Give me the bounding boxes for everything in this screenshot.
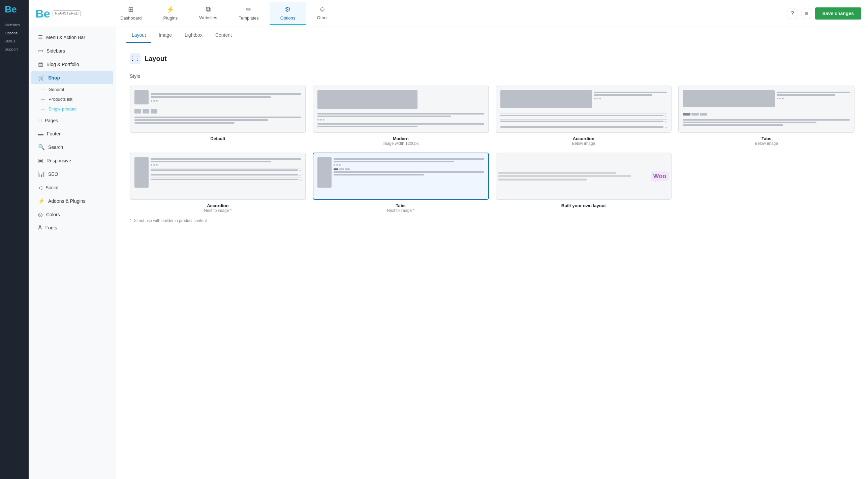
- style-grid-row1: Default: [130, 86, 855, 146]
- layout-section: ⋮⋮ Layout Style: [116, 43, 868, 233]
- sub-dash-products: —: [41, 97, 45, 102]
- nav-item-plugins[interactable]: ⚡ Plugins: [153, 2, 189, 25]
- nav-label-dashboard: Dashboard: [120, 15, 142, 21]
- nav-item-dashboard[interactable]: ⊞ Dashboard: [110, 2, 153, 25]
- sidebar-item-label-fonts: Fonts: [45, 225, 57, 230]
- tab-content[interactable]: Content: [210, 27, 237, 43]
- sidebar-nav-websites[interactable]: Websites: [3, 21, 21, 29]
- sidebar-item-label-pages: Pages: [45, 118, 58, 123]
- style-card-tabs-below[interactable]: Tabs Below image: [678, 86, 855, 146]
- sidebar-item-sidebars[interactable]: ▭ Sidebars: [31, 44, 113, 57]
- preview-lines-modern: [317, 113, 484, 127]
- content-tabs-row: Layout Image Lightbox Content: [116, 27, 868, 43]
- save-changes-button[interactable]: Save changes: [815, 7, 861, 20]
- registered-badge: REGISTERED: [53, 10, 81, 16]
- preview-img-acc-below: [500, 90, 592, 108]
- style-card-built-own[interactable]: Woo Built your own layout: [496, 153, 672, 213]
- nav-label-options: Options: [280, 15, 296, 21]
- sub-label-products: Products list: [49, 97, 72, 102]
- sidebar-item-label-responsive: Responsive: [46, 158, 71, 163]
- preview-thumbs: [134, 109, 301, 114]
- other-icon: ☺: [319, 5, 326, 13]
- nav-item-websites[interactable]: ⧉ Websites: [188, 2, 228, 25]
- style-card-default[interactable]: Default: [130, 86, 306, 146]
- section-header: ⋮⋮ Layout: [130, 53, 855, 64]
- style-name-default: Default: [210, 136, 225, 141]
- nav-item-other[interactable]: ☺ Other: [306, 2, 339, 25]
- sidebar-item-footer[interactable]: ▬ Footer: [31, 127, 113, 140]
- sidebar-item-fonts[interactable]: A Fonts: [31, 221, 113, 234]
- sidebar-item-social[interactable]: ◁ Social: [31, 181, 113, 194]
- sidebar-item-shop[interactable]: 🛒 Shop: [31, 71, 113, 84]
- left-sidebar: Be Websites Options Status Support: [0, 0, 29, 479]
- sidebar-item-label-footer: Footer: [47, 131, 60, 136]
- style-sub-tabs-next: Next to image *: [387, 208, 414, 213]
- seo-icon: 📊: [38, 171, 45, 177]
- preview-right-tabs-next: [334, 157, 484, 195]
- style-name-acc-below: Accordion: [573, 136, 594, 141]
- sidebar-sub-single-product[interactable]: — Single product: [29, 104, 116, 114]
- nav-label-other: Other: [317, 15, 328, 20]
- sidebar-item-pages[interactable]: □ Pages: [31, 114, 113, 127]
- preview-img-default: [134, 90, 149, 104]
- style-grid-row2: Accordion Next to image *: [130, 153, 855, 213]
- top-nav-items: ⊞ Dashboard ⚡ Plugins ⧉ Websites ✏ Templ…: [110, 2, 787, 25]
- preview-btm-lines: [134, 117, 301, 124]
- style-card-accordion-next[interactable]: Accordion Next to image *: [130, 153, 306, 213]
- style-card-accordion-below[interactable]: Accordion Below image: [496, 86, 672, 146]
- sidebar-item-menu-action-bar[interactable]: ☰ Menu & Action Bar: [31, 31, 113, 44]
- content-area: ☰ Menu & Action Bar ▭ Sidebars ▤ Blog & …: [29, 27, 868, 479]
- sidebar-item-search[interactable]: 🔍 Search: [31, 140, 113, 154]
- style-name-tabs-next: Tabs: [396, 203, 405, 208]
- sidebar-item-label-blog: Blog & Portfolio: [46, 62, 79, 67]
- sidebar-item-colors[interactable]: ◎ Colors: [31, 208, 113, 221]
- style-preview-tabs-next: [313, 153, 489, 200]
- main-content: Layout Image Lightbox Content ⋮⋮ Layout …: [116, 27, 868, 479]
- options-icon: ⚙: [285, 5, 291, 13]
- preview-right-acc-next: [151, 157, 301, 195]
- tab-layout[interactable]: Layout: [126, 27, 151, 43]
- help-button[interactable]: ?: [787, 8, 798, 19]
- logo-area: Be REGISTERED: [35, 8, 96, 19]
- tab-lightbox[interactable]: Lightbox: [179, 27, 208, 43]
- sidebar-nav-options[interactable]: Options: [3, 29, 19, 37]
- preview-img-tabs-below: [683, 90, 775, 107]
- sidebar-item-seo[interactable]: 📊 SEO: [31, 167, 113, 181]
- sidebar-item-label-menu: Menu & Action Bar: [46, 35, 85, 40]
- style-sub-acc-below: Below image: [572, 141, 595, 146]
- style-card-modern[interactable]: Modern image width 1200px: [313, 86, 489, 146]
- sidebar-nav-support[interactable]: Support: [3, 45, 19, 53]
- sidebar-item-addons[interactable]: ⚡ Addons & Plugins: [31, 194, 113, 207]
- sidebar-sub-products-list[interactable]: — Products list: [29, 94, 116, 104]
- sidebar-item-responsive[interactable]: ▣ Responsive: [31, 154, 113, 167]
- colors-icon: ◎: [38, 211, 43, 218]
- style-card-tabs-next[interactable]: Tabs Next to image *: [313, 153, 489, 213]
- sidebar-item-label-shop: Shop: [48, 75, 60, 81]
- preview-img-tabs-next: [317, 157, 332, 188]
- p-dots: [151, 100, 301, 102]
- shop-icon: 🛒: [38, 74, 45, 81]
- sidebar-item-blog-portfolio[interactable]: ▤ Blog & Portfolio: [31, 58, 113, 71]
- logo-be: Be: [35, 8, 50, 19]
- notes-button[interactable]: ≡: [801, 8, 812, 19]
- section-icon: ⋮⋮: [130, 53, 141, 64]
- style-name-built-own: Built your own layout: [561, 203, 606, 208]
- sidebar-nav-status[interactable]: Status: [3, 37, 17, 45]
- empty-cell: [678, 153, 855, 213]
- dashboard-icon: ⊞: [128, 5, 134, 13]
- p-line: [151, 93, 301, 95]
- style-preview-built-own: Woo: [496, 153, 672, 200]
- nav-item-options[interactable]: ⚙ Options: [270, 2, 306, 25]
- sidebar-sub-general[interactable]: — General: [29, 85, 116, 94]
- nav-label-websites: Websites: [199, 15, 217, 20]
- top-nav-bar: Be REGISTERED ⊞ Dashboard ⚡ Plugins ⧉ We…: [29, 0, 868, 27]
- style-preview-accordion-below: [496, 86, 672, 133]
- main-panel: Be REGISTERED ⊞ Dashboard ⚡ Plugins ⧉ We…: [29, 0, 868, 479]
- tab-image[interactable]: Image: [153, 27, 177, 43]
- fonts-icon: A: [38, 225, 42, 231]
- menu-action-bar-icon: ☰: [38, 34, 43, 40]
- footer-icon: ▬: [38, 131, 43, 137]
- nav-item-templates[interactable]: ✏ Templates: [228, 2, 269, 25]
- plugins-icon: ⚡: [166, 5, 175, 13]
- style-sub-tabs-below: Below image: [755, 141, 778, 146]
